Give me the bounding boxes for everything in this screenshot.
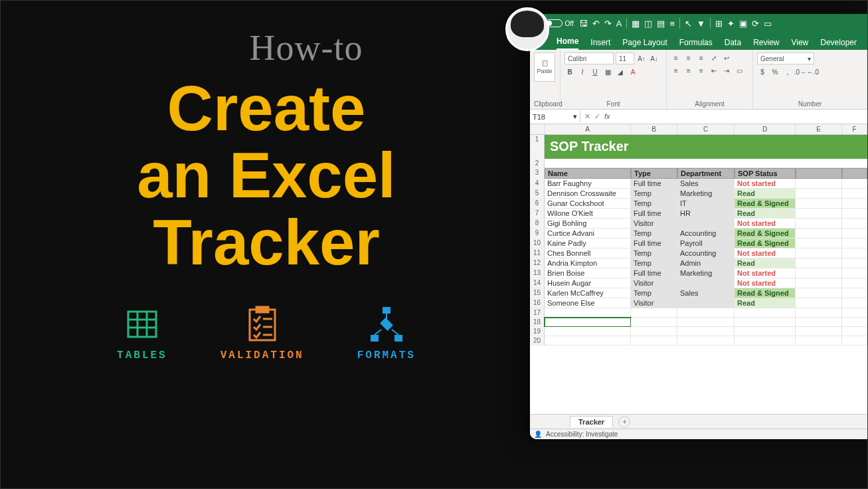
row-header[interactable]: 20 bbox=[530, 336, 545, 345]
cell-status[interactable]: Read & Signed bbox=[735, 288, 796, 298]
cell-status[interactable]: Not started bbox=[735, 179, 796, 189]
cell[interactable] bbox=[842, 229, 867, 239]
tab-view[interactable]: View bbox=[791, 38, 808, 50]
cell[interactable] bbox=[796, 189, 842, 199]
cell[interactable] bbox=[735, 327, 796, 336]
cell[interactable] bbox=[735, 308, 796, 318]
cell-type[interactable]: Temp bbox=[631, 248, 677, 258]
cell-type[interactable]: Temp bbox=[631, 199, 677, 209]
inc-decimal-icon[interactable]: .0→ bbox=[795, 66, 806, 77]
row-header[interactable]: 8 bbox=[530, 219, 545, 229]
cell[interactable] bbox=[796, 239, 842, 248]
cell-name[interactable]: Kaine Padly bbox=[545, 239, 631, 248]
cell[interactable] bbox=[842, 278, 867, 288]
cell-status[interactable]: Not started bbox=[735, 248, 796, 258]
col-e[interactable]: E bbox=[796, 124, 842, 134]
cell[interactable] bbox=[842, 298, 867, 308]
row-header[interactable]: 17 bbox=[530, 308, 545, 318]
cell[interactable] bbox=[735, 318, 796, 327]
cell-status[interactable]: Read & Signed bbox=[735, 239, 796, 248]
grow-font-icon[interactable]: A↑ bbox=[636, 53, 647, 64]
cell-status[interactable]: Read bbox=[735, 298, 796, 308]
row-header[interactable]: 3 bbox=[530, 168, 545, 179]
row-header[interactable]: 13 bbox=[530, 268, 545, 278]
row-header[interactable]: 1 bbox=[530, 135, 545, 159]
cell-name[interactable]: Andria Kimpton bbox=[545, 258, 631, 268]
font-size-select[interactable]: 11 bbox=[616, 52, 634, 64]
new-sheet-button[interactable]: ＋ bbox=[618, 416, 630, 428]
cell-name[interactable]: Husein Augar bbox=[545, 278, 631, 288]
row-header[interactable]: 10 bbox=[530, 239, 545, 248]
shrink-font-icon[interactable]: A↓ bbox=[649, 53, 659, 64]
cell[interactable] bbox=[796, 248, 842, 258]
cell-dept[interactable]: Marketing bbox=[677, 268, 735, 278]
col-c[interactable]: C bbox=[677, 124, 735, 134]
cell[interactable] bbox=[796, 288, 842, 298]
cursor-icon[interactable]: ↖ bbox=[685, 19, 692, 29]
cell[interactable] bbox=[631, 318, 677, 327]
th-dept[interactable]: Department bbox=[677, 168, 735, 179]
accessibility-status[interactable]: Accessibility: Investigate bbox=[546, 431, 618, 438]
cell-type[interactable]: Temp bbox=[631, 229, 677, 239]
save-icon[interactable]: 🖫 bbox=[579, 19, 588, 29]
comma-icon[interactable]: , bbox=[782, 66, 793, 77]
row-header[interactable]: 16 bbox=[530, 298, 545, 308]
fill-color-icon[interactable]: ◢ bbox=[615, 66, 626, 77]
cell[interactable] bbox=[842, 327, 867, 336]
cell-dept[interactable]: Sales bbox=[677, 288, 735, 298]
font-color-icon[interactable]: A bbox=[628, 66, 638, 77]
cell[interactable] bbox=[631, 308, 677, 318]
cell[interactable] bbox=[545, 327, 631, 336]
cell-status[interactable]: Read bbox=[735, 258, 796, 268]
cell[interactable] bbox=[796, 268, 842, 278]
cell[interactable] bbox=[842, 308, 867, 318]
box-icon[interactable]: ▣ bbox=[739, 19, 747, 29]
cell-dept[interactable]: HR bbox=[677, 209, 735, 219]
cell-type[interactable]: Full time bbox=[631, 239, 677, 248]
paste-button[interactable]: 📋 Paste bbox=[534, 52, 555, 82]
row-header[interactable]: 18 bbox=[530, 318, 545, 327]
cell-dept[interactable] bbox=[677, 219, 735, 229]
cell[interactable] bbox=[842, 199, 867, 209]
cell-status[interactable]: Read & Signed bbox=[735, 229, 796, 239]
cell[interactable] bbox=[545, 159, 867, 168]
undo-icon[interactable]: ↶ bbox=[592, 19, 600, 29]
th-name[interactable]: Name bbox=[545, 168, 631, 179]
cell-type[interactable]: Visitor bbox=[631, 278, 677, 288]
currency-icon[interactable]: $ bbox=[757, 66, 768, 77]
redo-icon[interactable]: ↷ bbox=[604, 19, 612, 29]
cell[interactable] bbox=[796, 219, 842, 229]
font-name-select[interactable]: Calibri bbox=[564, 52, 614, 64]
bold-icon[interactable]: B bbox=[564, 66, 575, 77]
cell-type[interactable]: Full time bbox=[631, 209, 677, 219]
cell-dept[interactable] bbox=[677, 278, 735, 288]
row-header[interactable]: 15 bbox=[530, 288, 545, 298]
table-icon[interactable]: ▤ bbox=[657, 19, 665, 29]
filter-icon[interactable]: ▼ bbox=[697, 19, 705, 29]
align-mid-icon[interactable]: ≡ bbox=[683, 52, 694, 63]
tab-review[interactable]: Review bbox=[753, 38, 779, 50]
orientation-icon[interactable]: ⤢ bbox=[709, 52, 719, 63]
cell[interactable] bbox=[796, 336, 842, 345]
cell-dept[interactable]: Marketing bbox=[677, 189, 735, 199]
sop-title[interactable]: SOP Tracker bbox=[545, 135, 867, 159]
cell[interactable] bbox=[842, 219, 867, 229]
grid[interactable]: A B C D E F G 1SOP Tracker23NameTypeDepa… bbox=[530, 124, 867, 345]
cell[interactable] bbox=[796, 318, 842, 327]
cell[interactable] bbox=[842, 239, 867, 248]
cell[interactable] bbox=[842, 318, 867, 327]
cell[interactable] bbox=[842, 189, 867, 199]
grid-icon[interactable]: ▦ bbox=[632, 19, 640, 29]
cell-name[interactable]: Brien Boise bbox=[545, 268, 631, 278]
row-header[interactable]: 2 bbox=[530, 159, 545, 168]
percent-icon[interactable]: % bbox=[770, 66, 780, 77]
border-icon[interactable]: ▦ bbox=[602, 66, 613, 77]
cell-name[interactable]: Dennison Crosswaite bbox=[545, 189, 631, 199]
cell[interactable] bbox=[796, 179, 842, 189]
cell[interactable] bbox=[796, 258, 842, 268]
th-type[interactable]: Type bbox=[631, 168, 677, 179]
cell-name[interactable]: Karlen McCaffrey bbox=[545, 288, 631, 298]
align-icon[interactable]: ≡ bbox=[669, 19, 675, 29]
cell[interactable] bbox=[842, 179, 867, 189]
cell[interactable] bbox=[842, 209, 867, 219]
